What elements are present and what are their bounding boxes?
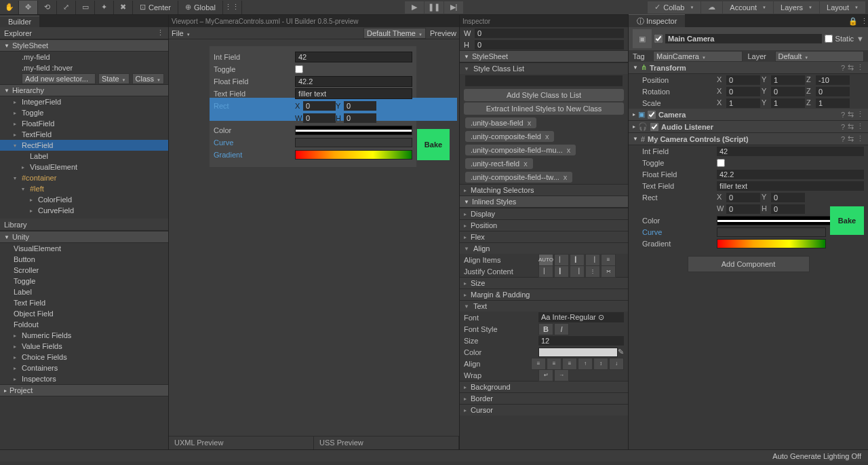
hierarchy-item[interactable]: ▾#container: [0, 172, 168, 183]
hand-tool-icon[interactable]: ✋: [0, 1, 19, 14]
font-size-input[interactable]: 12: [538, 336, 624, 346]
scale-y-input[interactable]: 1: [771, 98, 805, 108]
library-item[interactable]: Label: [0, 286, 168, 297]
valign-bot-icon[interactable]: ↓: [609, 358, 624, 370]
library-item[interactable]: ▸Containers: [0, 362, 168, 373]
inspector-tab[interactable]: ⓘ Inspector: [629, 14, 685, 28]
float-field-input[interactable]: 42.2: [295, 76, 412, 87]
rect-tool-icon[interactable]: ▭: [76, 1, 95, 14]
align-foldout[interactable]: ▼Align: [460, 242, 628, 254]
help-icon[interactable]: ?: [841, 64, 845, 72]
hierarchy-section[interactable]: ▼Hierarchy: [0, 84, 168, 96]
align-center-icon[interactable]: ≡: [547, 358, 561, 370]
class-list-foldout[interactable]: ▼Style Class List: [460, 62, 628, 74]
viewport-canvas[interactable]: Int Field42 Toggle Float Field42.2 Text …: [169, 39, 459, 436]
panel-menu-icon[interactable]: ⋮: [861, 17, 868, 26]
scale-tool-icon[interactable]: ⤢: [57, 1, 76, 14]
margin-padding-foldout[interactable]: ▸Margin & Padding: [460, 289, 628, 300]
step-button[interactable]: ▶|: [444, 1, 463, 14]
uxml-preview-header[interactable]: UXML Preview: [169, 436, 314, 449]
float-field-input[interactable]: 42.2: [717, 170, 864, 179]
text-color-field[interactable]: [538, 348, 618, 357]
text-field-input[interactable]: filler text: [717, 181, 864, 191]
menu-icon[interactable]: ⋮: [856, 63, 864, 72]
curve-field[interactable]: [717, 227, 826, 237]
display-foldout[interactable]: ▸Display: [460, 208, 628, 219]
cloud-icon[interactable]: ☁: [701, 1, 722, 14]
remove-class-icon[interactable]: x: [524, 160, 528, 168]
tag-dropdown[interactable]: MainCamera: [653, 51, 743, 62]
selector-item[interactable]: .my-field: [0, 52, 168, 62]
library-item[interactable]: VisualElement: [0, 243, 168, 254]
color-field[interactable]: [295, 126, 412, 135]
toggle-checkbox[interactable]: [717, 159, 725, 167]
play-button[interactable]: ▶: [405, 1, 424, 14]
collab-menu[interactable]: ✓Collab: [648, 1, 701, 14]
align-left-icon[interactable]: ≡: [531, 358, 546, 370]
class-chip[interactable]: .unity-composite-field--tw...x: [465, 172, 572, 183]
library-item[interactable]: Object Field: [0, 308, 168, 319]
library-item[interactable]: ▸Inspectors: [0, 373, 168, 384]
audio-enabled-checkbox[interactable]: [650, 123, 658, 131]
add-component-button[interactable]: Add Component: [688, 256, 810, 272]
hierarchy-item[interactable]: ▾#left: [0, 183, 168, 194]
library-item[interactable]: Scroller: [0, 265, 168, 276]
scale-z-input[interactable]: 1: [816, 98, 850, 108]
justify-center-icon[interactable]: ▎: [554, 265, 569, 278]
font-field[interactable]: Aa Inter-Regular ⊙: [538, 312, 624, 322]
pause-button[interactable]: ❚❚: [425, 1, 443, 14]
account-menu[interactable]: Account: [723, 1, 773, 14]
italic-button[interactable]: I: [554, 323, 569, 335]
rect-w-input[interactable]: 0: [303, 113, 336, 123]
justify-start-icon[interactable]: ▏: [538, 265, 553, 278]
class-input[interactable]: [465, 75, 623, 86]
rot-z-input[interactable]: 0: [816, 87, 850, 96]
cursor-foldout[interactable]: ▸Cursor: [460, 404, 628, 415]
align-start-icon[interactable]: ▏: [554, 254, 569, 266]
camera-component[interactable]: ▸▣Camera?⇆⋮: [629, 109, 868, 121]
rotate-tool-icon[interactable]: ⟲: [38, 1, 57, 14]
library-item[interactable]: ▸Value Fields: [0, 341, 168, 352]
add-selector-row[interactable]: Add new selector... State Class: [0, 73, 168, 84]
file-menu[interactable]: File: [172, 29, 191, 37]
toggle-checkbox[interactable]: [295, 65, 303, 73]
script-component[interactable]: ▼#My Camera Controls (Script)?⇆⋮: [629, 133, 868, 145]
rect-h-input[interactable]: 0: [771, 204, 805, 214]
curve-field[interactable]: [295, 138, 412, 147]
library-item[interactable]: Toggle: [0, 276, 168, 286]
bake-button[interactable]: Bake: [830, 206, 864, 235]
class-chip[interactable]: .unity-base-fieldx: [465, 117, 536, 128]
transform-component[interactable]: ▼⋔ Transform ?⇆⋮: [629, 62, 868, 74]
class-chip[interactable]: .unity-composite-field--mu...x: [465, 145, 576, 155]
camera-enabled-checkbox[interactable]: [648, 111, 656, 119]
text-field-input[interactable]: filler text: [295, 88, 412, 99]
library-item[interactable]: Button: [0, 254, 168, 265]
valign-mid-icon[interactable]: ↕: [593, 358, 608, 370]
h-input[interactable]: 0: [475, 40, 624, 50]
align-center-icon[interactable]: ▎: [570, 254, 585, 266]
transform-tool-icon[interactable]: ✦: [95, 1, 114, 14]
hierarchy-item[interactable]: ▸IntegerField: [0, 96, 168, 107]
border-foldout[interactable]: ▸Border: [460, 392, 628, 404]
bold-button[interactable]: B: [538, 323, 553, 335]
hierarchy-item[interactable]: Label: [0, 151, 168, 162]
layer-dropdown[interactable]: Default: [775, 51, 865, 62]
library-item[interactable]: Text Field: [0, 297, 168, 308]
justify-around-icon[interactable]: ∺: [601, 265, 616, 278]
remove-class-icon[interactable]: x: [567, 146, 571, 154]
gameobject-name-input[interactable]: Main Camera: [665, 34, 822, 43]
scale-x-input[interactable]: 1: [726, 98, 760, 108]
background-foldout[interactable]: ▸Background: [460, 381, 628, 392]
panel-menu-icon[interactable]: ⋮: [157, 29, 164, 37]
rect-h-input[interactable]: 0: [344, 113, 376, 123]
move-tool-icon[interactable]: ✥: [19, 1, 38, 14]
custom-tool-icon[interactable]: ✖: [114, 1, 133, 14]
uss-preview-header[interactable]: USS Preview: [314, 436, 459, 449]
audio-listener-component[interactable]: ▸🎧Audio Listener?⇆⋮: [629, 121, 868, 133]
static-checkbox[interactable]: [825, 35, 833, 43]
extract-styles-button[interactable]: Extract Inlined Styles to New Class: [464, 103, 624, 115]
justify-end-icon[interactable]: ▕: [570, 265, 585, 278]
inlined-styles-section[interactable]: ▼Inlined Styles: [460, 196, 628, 208]
preset-icon[interactable]: ⇆: [848, 63, 854, 72]
w-input[interactable]: 0: [475, 29, 624, 38]
